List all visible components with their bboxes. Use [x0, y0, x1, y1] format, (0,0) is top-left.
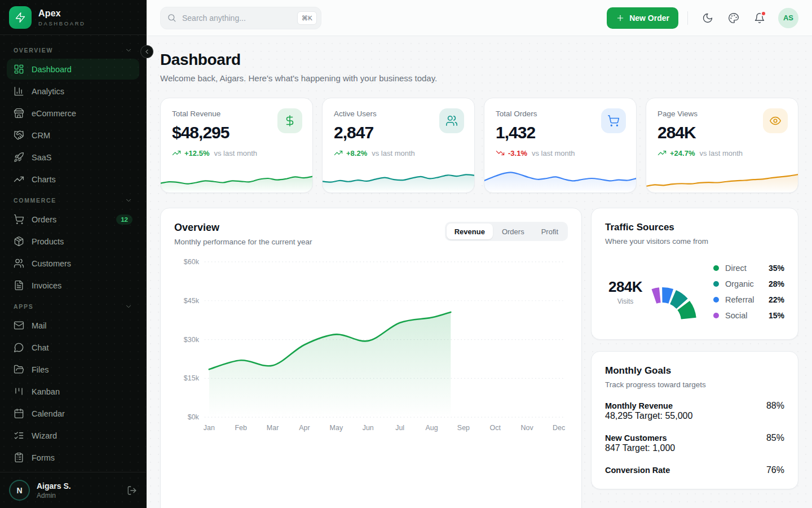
brand: Apex DASHBOARD: [0, 0, 146, 35]
donut-segment: [651, 287, 660, 303]
section-title: COMMERCE: [14, 197, 56, 204]
sidebar-item[interactable]: Charts: [7, 169, 139, 190]
goal-label: Conversion Rate: [605, 466, 670, 475]
sidebar-item[interactable]: Dashboard: [7, 59, 139, 80]
sidebar-item[interactable]: Calendar: [7, 403, 139, 424]
tab[interactable]: Revenue: [447, 224, 493, 239]
sidebar-item-label: Mail: [32, 321, 47, 330]
plus-icon: [616, 14, 625, 23]
overview-card: Overview Monthly performance for the cur…: [160, 208, 582, 508]
section-header-apps[interactable]: APPS: [7, 297, 139, 315]
content: Dashboard Welcome back, Aigars. Here's w…: [147, 36, 812, 508]
legend-row: Referral 22%: [713, 292, 784, 308]
dark-mode-button[interactable]: [697, 7, 718, 29]
sidebar-item[interactable]: Invoices: [7, 275, 139, 296]
goal-percent: 88%: [766, 401, 784, 411]
sidebar-user[interactable]: N Aigars S. Admin: [0, 472, 146, 508]
bar-chart-icon: [14, 86, 24, 97]
rocket-icon: [14, 152, 24, 163]
topbar-actions: New Order AS: [607, 7, 798, 29]
notification-dot: [761, 11, 766, 16]
tab[interactable]: Profit: [533, 224, 566, 239]
chat-icon: [14, 342, 24, 353]
folder-icon: [14, 364, 24, 375]
logout-icon[interactable]: [127, 485, 137, 496]
theme-button[interactable]: [723, 7, 744, 29]
sidebar-item[interactable]: Files: [7, 359, 139, 380]
goals-title: Monthly Goals: [605, 365, 784, 376]
sidebar-item[interactable]: Wizard: [7, 425, 139, 446]
sidebar-item[interactable]: Kanban: [7, 381, 139, 402]
stat-delta: +8.2% vs last month: [334, 148, 463, 157]
page-subtitle: Welcome back, Aigars. Here's what's happ…: [160, 73, 798, 83]
goal-target: Target: 1,000: [623, 443, 675, 453]
delta-note: vs last month: [372, 149, 415, 157]
brand-subtitle: DASHBOARD: [38, 20, 86, 27]
stat-card: Total Orders 1,432 -3.1% vs last month: [484, 98, 637, 193]
goal-row: Conversion Rate 76%: [605, 465, 784, 475]
sidebar-item[interactable]: Chat: [7, 337, 139, 358]
sidebar-item-label: Orders: [32, 215, 56, 224]
tab[interactable]: Orders: [494, 224, 532, 239]
sidebar-item[interactable]: Orders 12: [7, 209, 139, 230]
eye-icon: [763, 108, 788, 133]
sidebar-section-apps: APPS Mail Chat Files: [7, 297, 139, 468]
goal-values: 847 Target: 1,000: [605, 443, 784, 453]
goal-current: 48,295: [605, 411, 633, 421]
main: ⌘K New Order AS Dashboard Welcome back, …: [147, 0, 812, 508]
sidebar-item[interactable]: eCommerce: [7, 103, 139, 124]
section-title: OVERVIEW: [14, 47, 53, 54]
traffic-card: Traffic Sources Where your visitors come…: [591, 208, 798, 340]
sidebar-item[interactable]: Mail: [7, 315, 139, 336]
sidebar-item[interactable]: Analytics: [7, 81, 139, 102]
legend-label: Direct: [725, 264, 747, 273]
y-axis-label: $0k: [188, 413, 200, 421]
new-order-button[interactable]: New Order: [607, 7, 678, 29]
stat-card: Active Users 2,847 +8.2% vs last month: [322, 98, 475, 193]
sidebar-item-label: eCommerce: [32, 109, 76, 118]
sidebar-item-label: Kanban: [32, 387, 60, 396]
x-axis-label: Jun: [363, 424, 374, 432]
section-header-commerce[interactable]: COMMERCE: [7, 191, 139, 209]
zap-icon: [15, 12, 26, 23]
lower-grid: Overview Monthly performance for the cur…: [160, 208, 798, 508]
sidebar-nav: OVERVIEW Dashboard Analytics eCom: [0, 35, 146, 472]
sidebar: Apex DASHBOARD OVERVIEW Dashboard Analyt…: [0, 0, 147, 508]
calendar-icon: [14, 408, 24, 419]
y-axis-label: $45k: [184, 297, 200, 305]
trending-up-icon: [657, 148, 667, 157]
right-column: Traffic Sources Where your visitors come…: [591, 208, 798, 489]
user-role: Admin: [37, 492, 71, 500]
user-name: Aigars S.: [37, 481, 71, 491]
goal-label: New Customers: [605, 433, 667, 443]
x-axis-label: Dec: [553, 424, 565, 432]
goal-label: Monthly Revenue: [605, 401, 673, 410]
sidebar-item[interactable]: CRM: [7, 125, 139, 146]
sidebar-collapse-button[interactable]: [140, 45, 153, 58]
sidebar-item[interactable]: Customers: [7, 253, 139, 274]
y-axis-label: $15k: [184, 374, 200, 382]
stats-grid: Total Revenue $48,295 +12.5% vs last mon…: [160, 98, 798, 193]
goals-subtitle: Track progress toward targets: [605, 380, 784, 389]
sidebar-section-overview: OVERVIEW Dashboard Analytics eCom: [7, 41, 139, 190]
x-axis-label: Jan: [204, 424, 215, 432]
file-text-icon: [14, 280, 24, 291]
goal-values: 48,295 Target: 55,000: [605, 411, 784, 421]
clipboard-icon: [14, 452, 24, 463]
notifications-button[interactable]: [749, 7, 770, 29]
sidebar-item[interactable]: SaaS: [7, 147, 139, 168]
traffic-subtitle: Where your visitors come from: [605, 237, 784, 246]
sidebar-item-label: Chat: [32, 343, 49, 352]
store-icon: [14, 108, 24, 119]
x-axis-label: Feb: [235, 424, 247, 432]
overview-tabs: Revenue Orders Profit: [445, 222, 568, 241]
legend-row: Direct 35%: [713, 260, 784, 276]
topbar-avatar[interactable]: AS: [778, 8, 798, 28]
search-icon: [167, 13, 176, 23]
x-axis-label: Oct: [490, 424, 501, 432]
section-title: APPS: [14, 303, 33, 310]
sidebar-item[interactable]: Products: [7, 231, 139, 252]
section-header-overview[interactable]: OVERVIEW: [7, 41, 139, 59]
sidebar-item[interactable]: Forms: [7, 447, 139, 468]
sparkline: [322, 163, 475, 193]
